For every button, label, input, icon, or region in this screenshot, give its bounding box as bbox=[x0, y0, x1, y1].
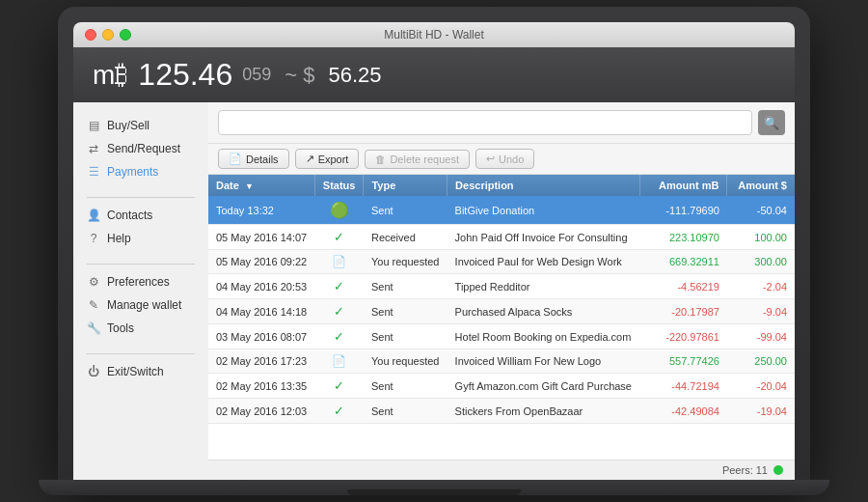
cell-description: John Paid Off Invoice For Consulting bbox=[448, 225, 640, 250]
table-row[interactable]: Today 13:32🟢SentBitGive Donation-111.796… bbox=[208, 196, 795, 225]
table-row[interactable]: 04 May 2016 14:18✓SentPurchased Alpaca S… bbox=[208, 299, 795, 324]
cell-type: Sent bbox=[364, 374, 448, 399]
close-button[interactable] bbox=[85, 29, 96, 41]
btc-small-amount: 059 bbox=[242, 65, 271, 85]
search-input[interactable] bbox=[218, 110, 752, 135]
undo-label: Undo bbox=[499, 153, 524, 165]
export-icon: ↗ bbox=[306, 153, 314, 165]
sidebar-label-tools: Tools bbox=[107, 321, 134, 335]
delete-label: Delete request bbox=[390, 153, 459, 165]
table-row[interactable]: 02 May 2016 12:03✓SentStickers From Open… bbox=[208, 399, 795, 424]
sort-arrow-date: ▼ bbox=[245, 181, 254, 191]
usd-amount: 56.25 bbox=[328, 63, 381, 88]
sidebar-label-payments: Payments bbox=[107, 165, 158, 179]
cell-amount-btc: 557.77426 bbox=[640, 349, 727, 374]
cell-type: Sent bbox=[364, 399, 448, 424]
minimize-button[interactable] bbox=[102, 29, 114, 41]
sidebar: ▤ Buy/Sell ⇄ Send/Request ☰ Payments bbox=[73, 102, 208, 480]
maximize-button[interactable] bbox=[120, 29, 131, 41]
cell-type: Sent bbox=[364, 324, 448, 349]
header-bar: m₿ 125.46 059 ~ $ 56.25 bbox=[73, 47, 795, 102]
cell-amount-btc: 669.32911 bbox=[640, 250, 727, 274]
col-header-amount-usd[interactable]: Amount $ bbox=[727, 175, 795, 196]
cell-description: Tipped Redditor bbox=[448, 274, 640, 299]
cell-date: 05 May 2016 14:07 bbox=[208, 225, 314, 250]
cell-description: Stickers From OpenBazaar bbox=[448, 399, 640, 424]
list-icon: ☰ bbox=[87, 165, 100, 179]
export-label: Export bbox=[318, 153, 349, 165]
wrench-icon: 🔧 bbox=[87, 321, 100, 335]
cell-date: 05 May 2016 09:22 bbox=[208, 250, 314, 274]
sidebar-section-nav: ▤ Buy/Sell ⇄ Send/Request ☰ Payments bbox=[73, 114, 208, 183]
cell-amount-usd: -50.04 bbox=[727, 196, 795, 225]
cell-description: Gyft Amazon.com Gift Card Purchase bbox=[448, 374, 640, 399]
sidebar-label-manage-wallet: Manage wallet bbox=[107, 298, 181, 312]
table-row[interactable]: 02 May 2016 13:35✓SentGyft Amazon.com Gi… bbox=[208, 374, 795, 399]
cell-description: Invoiced William For New Logo bbox=[448, 349, 640, 374]
cell-amount-usd: -19.04 bbox=[727, 399, 795, 424]
bottom-bar: Peers: 11 bbox=[208, 460, 795, 480]
cell-amount-btc: -44.72194 bbox=[640, 374, 727, 399]
cell-amount-btc: -4.56219 bbox=[640, 274, 727, 299]
cell-amount-usd: -2.04 bbox=[727, 274, 795, 299]
cell-status: 🟢 bbox=[314, 196, 364, 225]
sidebar-item-manage-wallet[interactable]: ✎ Manage wallet bbox=[73, 293, 208, 317]
cell-amount-usd: -20.04 bbox=[727, 374, 795, 399]
col-header-description[interactable]: Description bbox=[448, 175, 640, 196]
table-row[interactable]: 04 May 2016 20:53✓SentTipped Redditor-4.… bbox=[208, 274, 795, 299]
table-row[interactable]: 05 May 2016 14:07✓ReceivedJohn Paid Off … bbox=[208, 225, 795, 250]
cell-amount-btc: -111.79690 bbox=[640, 196, 727, 225]
cell-status: ✓ bbox=[314, 324, 364, 349]
cell-type: Sent bbox=[364, 274, 448, 299]
table-row[interactable]: 03 May 2016 08:07✓SentHotel Room Booking… bbox=[208, 324, 795, 349]
sidebar-section-contacts: 👤 Contacts ? Help bbox=[73, 204, 208, 250]
status-check-icon: ✓ bbox=[334, 279, 344, 293]
btc-amount: 125.46 bbox=[138, 57, 232, 93]
sidebar-item-buy-sell[interactable]: ▤ Buy/Sell bbox=[73, 114, 208, 137]
table-header-row: Date ▼ Status Type bbox=[208, 175, 795, 196]
sidebar-label-exit-switch: Exit/Switch bbox=[107, 365, 164, 378]
status-check-icon: ✓ bbox=[334, 230, 344, 244]
search-bar: 🔍 bbox=[208, 102, 795, 144]
cell-date: 03 May 2016 08:07 bbox=[208, 324, 314, 349]
peers-label: Peers: 11 bbox=[722, 464, 768, 476]
cell-type: You requested bbox=[364, 250, 448, 274]
export-button[interactable]: ↗ Export bbox=[295, 149, 360, 169]
undo-icon: ↩ bbox=[486, 153, 495, 165]
content-area: 🔍 📄 Details ↗ Export bbox=[208, 102, 795, 480]
cell-type: Received bbox=[364, 225, 448, 250]
cell-amount-btc: -20.17987 bbox=[640, 299, 727, 324]
status-check-icon: ✓ bbox=[334, 329, 344, 344]
credit-card-icon: ▤ bbox=[87, 119, 100, 132]
col-header-amount-btc[interactable]: Amount mB bbox=[640, 175, 727, 196]
cell-amount-btc: -42.49084 bbox=[640, 399, 727, 424]
cell-date: Today 13:32 bbox=[208, 196, 314, 225]
sidebar-item-exit-switch[interactable]: ⏻ Exit/Switch bbox=[73, 360, 208, 383]
col-header-date[interactable]: Date ▼ bbox=[208, 175, 314, 196]
sidebar-item-preferences[interactable]: ⚙ Preferences bbox=[73, 270, 208, 293]
status-doc-icon: 📄 bbox=[332, 354, 346, 368]
sidebar-item-help[interactable]: ? Help bbox=[73, 227, 208, 250]
cell-amount-usd: 300.00 bbox=[727, 250, 795, 274]
cell-amount-usd: -9.04 bbox=[727, 299, 795, 324]
sidebar-item-send-request[interactable]: ⇄ Send/Request bbox=[73, 137, 208, 160]
col-header-status[interactable]: Status bbox=[314, 175, 364, 196]
cell-date: 04 May 2016 14:18 bbox=[208, 299, 314, 324]
delete-button[interactable]: 🗑 Delete request bbox=[365, 150, 470, 169]
sidebar-item-contacts[interactable]: 👤 Contacts bbox=[73, 204, 208, 227]
table-row[interactable]: 05 May 2016 09:22📄You requestedInvoiced … bbox=[208, 250, 795, 274]
undo-button[interactable]: ↩ Undo bbox=[475, 149, 534, 169]
status-check-icon: ✓ bbox=[334, 404, 344, 418]
details-button[interactable]: 📄 Details bbox=[218, 149, 289, 169]
power-icon: ⏻ bbox=[87, 365, 100, 378]
status-doc-icon: 📄 bbox=[332, 255, 346, 268]
search-button[interactable]: 🔍 bbox=[758, 110, 785, 135]
col-header-type[interactable]: Type bbox=[364, 175, 448, 196]
cell-description: Invoiced Paul for Web Design Work bbox=[448, 250, 640, 274]
cell-amount-usd: 250.00 bbox=[727, 349, 795, 374]
status-check-icon: ✓ bbox=[334, 304, 344, 319]
sidebar-section-settings: ⚙ Preferences ✎ Manage wallet 🔧 Tools bbox=[73, 270, 208, 340]
sidebar-item-payments[interactable]: ☰ Payments bbox=[73, 160, 208, 183]
sidebar-item-tools[interactable]: 🔧 Tools bbox=[73, 317, 208, 340]
table-row[interactable]: 02 May 2016 17:23📄You requestedInvoiced … bbox=[208, 349, 795, 374]
